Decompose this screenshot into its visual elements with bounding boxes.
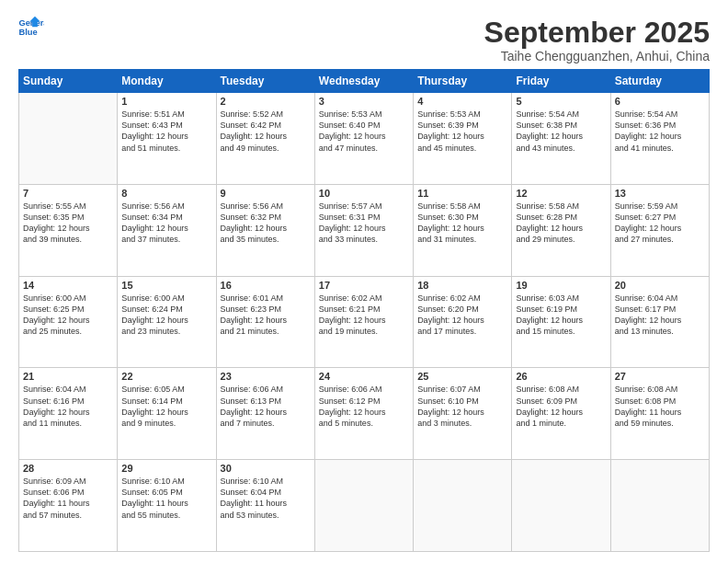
cell-info: Sunrise: 6:00 AM Sunset: 6:25 PM Dayligh… [23,293,113,338]
day-number: 3 [319,96,409,107]
calendar-cell: 7Sunrise: 5:55 AM Sunset: 6:35 PM Daylig… [19,184,118,276]
calendar-cell [314,460,413,552]
calendar-cell: 27Sunrise: 6:08 AM Sunset: 6:08 PM Dayli… [610,368,709,460]
cell-info: Sunrise: 5:53 AM Sunset: 6:40 PM Dayligh… [319,109,409,154]
calendar-cell: 29Sunrise: 6:10 AM Sunset: 6:05 PM Dayli… [118,460,216,552]
calendar-cell: 14Sunrise: 6:00 AM Sunset: 6:25 PM Dayli… [19,276,118,368]
day-number: 14 [23,280,113,291]
cell-info: Sunrise: 6:08 AM Sunset: 6:08 PM Dayligh… [615,384,705,429]
calendar-cell: 4Sunrise: 5:53 AM Sunset: 6:39 PM Daylig… [414,93,512,185]
calendar-cell: 20Sunrise: 6:04 AM Sunset: 6:17 PM Dayli… [610,276,709,368]
cell-info: Sunrise: 5:54 AM Sunset: 6:36 PM Dayligh… [615,109,705,154]
calendar-cell: 13Sunrise: 5:59 AM Sunset: 6:27 PM Dayli… [610,184,709,276]
calendar-cell: 1Sunrise: 5:51 AM Sunset: 6:43 PM Daylig… [118,93,216,185]
cell-info: Sunrise: 6:10 AM Sunset: 6:04 PM Dayligh… [221,476,311,521]
calendar-header-tuesday: Tuesday [216,70,314,93]
day-number: 29 [121,463,211,474]
cell-info: Sunrise: 6:01 AM Sunset: 6:23 PM Dayligh… [221,293,311,338]
cell-info: Sunrise: 6:09 AM Sunset: 6:06 PM Dayligh… [23,476,113,521]
calendar-cell: 24Sunrise: 6:06 AM Sunset: 6:12 PM Dayli… [314,368,413,460]
calendar-cell: 15Sunrise: 6:00 AM Sunset: 6:24 PM Dayli… [118,276,216,368]
cell-info: Sunrise: 6:08 AM Sunset: 6:09 PM Dayligh… [516,384,606,429]
calendar-cell: 16Sunrise: 6:01 AM Sunset: 6:23 PM Dayli… [216,276,314,368]
cell-info: Sunrise: 5:53 AM Sunset: 6:39 PM Dayligh… [417,109,507,154]
calendar-cell: 8Sunrise: 5:56 AM Sunset: 6:34 PM Daylig… [118,184,216,276]
day-number: 12 [516,188,606,199]
calendar-cell: 9Sunrise: 5:56 AM Sunset: 6:32 PM Daylig… [216,184,314,276]
calendar-header-monday: Monday [118,70,216,93]
day-number: 27 [615,371,705,382]
cell-info: Sunrise: 6:06 AM Sunset: 6:13 PM Dayligh… [221,384,311,429]
calendar-cell: 30Sunrise: 6:10 AM Sunset: 6:04 PM Dayli… [216,460,314,552]
calendar-header-saturday: Saturday [610,70,709,93]
location: Taihe Chengguanzhen, Anhui, China [484,49,710,63]
day-number: 24 [319,371,409,382]
calendar-week-row: 28Sunrise: 6:09 AM Sunset: 6:06 PM Dayli… [19,460,710,552]
cell-info: Sunrise: 5:58 AM Sunset: 6:30 PM Dayligh… [417,201,507,246]
cell-info: Sunrise: 5:56 AM Sunset: 6:34 PM Dayligh… [121,201,211,246]
cell-info: Sunrise: 6:06 AM Sunset: 6:12 PM Dayligh… [319,384,409,429]
day-number: 8 [121,188,211,199]
day-number: 9 [221,188,311,199]
month-title: September 2025 [484,17,710,49]
cell-info: Sunrise: 5:57 AM Sunset: 6:31 PM Dayligh… [319,201,409,246]
day-number: 13 [615,188,705,199]
header: General Blue September 2025 Taihe Chengg… [18,17,710,63]
calendar-cell: 19Sunrise: 6:03 AM Sunset: 6:19 PM Dayli… [512,276,610,368]
day-number: 15 [121,280,211,291]
cell-info: Sunrise: 5:58 AM Sunset: 6:28 PM Dayligh… [516,201,606,246]
calendar-cell: 2Sunrise: 5:52 AM Sunset: 6:42 PM Daylig… [216,93,314,185]
cell-info: Sunrise: 5:55 AM Sunset: 6:35 PM Dayligh… [23,201,113,246]
calendar-cell: 5Sunrise: 5:54 AM Sunset: 6:38 PM Daylig… [512,93,610,185]
cell-info: Sunrise: 6:10 AM Sunset: 6:05 PM Dayligh… [121,476,211,521]
day-number: 20 [615,280,705,291]
calendar-cell: 22Sunrise: 6:05 AM Sunset: 6:14 PM Dayli… [118,368,216,460]
calendar-cell: 26Sunrise: 6:08 AM Sunset: 6:09 PM Dayli… [512,368,610,460]
calendar-cell: 12Sunrise: 5:58 AM Sunset: 6:28 PM Dayli… [512,184,610,276]
day-number: 19 [516,280,606,291]
day-number: 7 [23,188,113,199]
day-number: 6 [615,96,705,107]
day-number: 2 [221,96,311,107]
day-number: 18 [417,280,507,291]
calendar-header-friday: Friday [512,70,610,93]
calendar-cell [512,460,610,552]
calendar-cell: 28Sunrise: 6:09 AM Sunset: 6:06 PM Dayli… [19,460,118,552]
cell-info: Sunrise: 6:04 AM Sunset: 6:16 PM Dayligh… [23,384,113,429]
calendar-header-wednesday: Wednesday [314,70,413,93]
cell-info: Sunrise: 6:02 AM Sunset: 6:21 PM Dayligh… [319,293,409,338]
svg-text:Blue: Blue [18,28,37,37]
logo-icon: General Blue [18,17,44,37]
cell-info: Sunrise: 6:05 AM Sunset: 6:14 PM Dayligh… [121,384,211,429]
calendar-header-sunday: Sunday [19,70,118,93]
day-number: 17 [319,280,409,291]
cell-info: Sunrise: 5:51 AM Sunset: 6:43 PM Dayligh… [121,109,211,154]
calendar-cell: 21Sunrise: 6:04 AM Sunset: 6:16 PM Dayli… [19,368,118,460]
calendar-week-row: 7Sunrise: 5:55 AM Sunset: 6:35 PM Daylig… [19,184,710,276]
cell-info: Sunrise: 6:02 AM Sunset: 6:20 PM Dayligh… [417,293,507,338]
title-block: September 2025 Taihe Chengguanzhen, Anhu… [484,17,710,63]
calendar-header-thursday: Thursday [414,70,512,93]
cell-info: Sunrise: 6:04 AM Sunset: 6:17 PM Dayligh… [615,293,705,338]
day-number: 21 [23,371,113,382]
calendar-cell [610,460,709,552]
day-number: 28 [23,463,113,474]
calendar-cell: 11Sunrise: 5:58 AM Sunset: 6:30 PM Dayli… [414,184,512,276]
calendar-week-row: 1Sunrise: 5:51 AM Sunset: 6:43 PM Daylig… [19,93,710,185]
day-number: 4 [417,96,507,107]
calendar-cell: 3Sunrise: 5:53 AM Sunset: 6:40 PM Daylig… [314,93,413,185]
cell-info: Sunrise: 6:00 AM Sunset: 6:24 PM Dayligh… [121,293,211,338]
cell-info: Sunrise: 5:56 AM Sunset: 6:32 PM Dayligh… [221,201,311,246]
day-number: 16 [221,280,311,291]
cell-info: Sunrise: 6:07 AM Sunset: 6:10 PM Dayligh… [417,384,507,429]
cell-info: Sunrise: 5:59 AM Sunset: 6:27 PM Dayligh… [615,201,705,246]
cell-info: Sunrise: 5:54 AM Sunset: 6:38 PM Dayligh… [516,109,606,154]
calendar-cell: 17Sunrise: 6:02 AM Sunset: 6:21 PM Dayli… [314,276,413,368]
calendar-cell: 6Sunrise: 5:54 AM Sunset: 6:36 PM Daylig… [610,93,709,185]
calendar-cell: 10Sunrise: 5:57 AM Sunset: 6:31 PM Dayli… [314,184,413,276]
cell-info: Sunrise: 6:03 AM Sunset: 6:19 PM Dayligh… [516,293,606,338]
day-number: 22 [121,371,211,382]
day-number: 5 [516,96,606,107]
calendar-table: SundayMondayTuesdayWednesdayThursdayFrid… [18,69,710,552]
logo: General Blue [18,17,44,37]
